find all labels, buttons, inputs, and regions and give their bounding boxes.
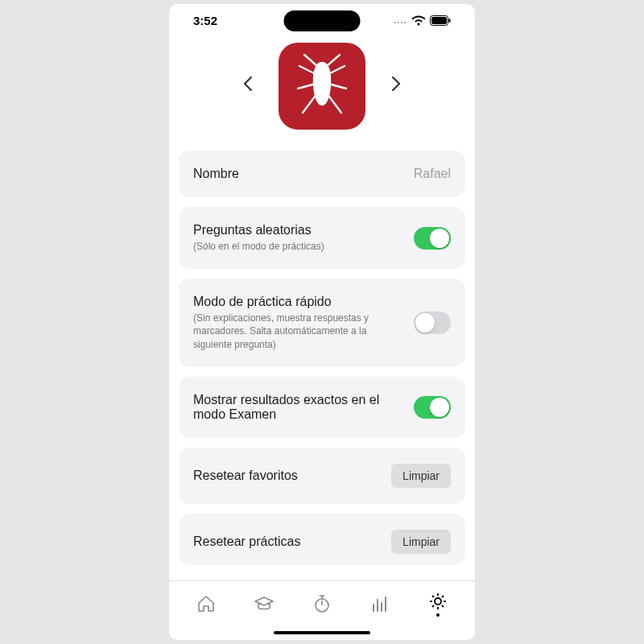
fast-practice-row: Modo de práctica rápido (Sin explicacion… bbox=[179, 279, 465, 367]
reset-practice-button[interactable]: Limpiar bbox=[391, 530, 451, 554]
wifi-icon bbox=[411, 15, 426, 26]
random-toggle[interactable] bbox=[414, 227, 451, 250]
tab-active-dot bbox=[436, 613, 440, 617]
status-icons: .... bbox=[394, 14, 451, 26]
stopwatch-icon bbox=[312, 593, 332, 614]
name-value: Rafael bbox=[414, 167, 451, 181]
svg-rect-1 bbox=[431, 17, 447, 24]
cellular-dots: .... bbox=[394, 14, 407, 26]
exact-label: Mostrar resultados exactos en el modo Ex… bbox=[193, 393, 406, 422]
avatar-selector bbox=[169, 36, 475, 151]
random-sub: (Sólo en el modo de prácticas) bbox=[193, 240, 406, 253]
status-bar: 3:52 .... bbox=[169, 4, 475, 36]
name-row[interactable]: Nombre Rafael bbox=[179, 151, 465, 197]
tab-timer[interactable] bbox=[312, 593, 332, 614]
tab-settings[interactable] bbox=[427, 591, 448, 617]
random-questions-row: Preguntas aleatorias (Sólo en el modo de… bbox=[179, 207, 465, 269]
resetprac-label: Resetear prácticas bbox=[193, 535, 383, 549]
tab-bar bbox=[169, 580, 475, 625]
fast-label: Modo de práctica rápido bbox=[193, 295, 406, 309]
dynamic-island bbox=[284, 10, 361, 31]
name-label: Nombre bbox=[193, 167, 406, 181]
gear-icon bbox=[427, 591, 448, 612]
reset-practice-row: Resetear prácticas Limpiar bbox=[179, 514, 465, 565]
phone-frame: 3:52 .... bbox=[169, 4, 475, 640]
exact-results-row: Mostrar resultados exactos en el modo Ex… bbox=[179, 377, 465, 438]
home-indicator[interactable] bbox=[169, 625, 475, 640]
avatar-prev-button[interactable] bbox=[237, 69, 259, 103]
home-icon bbox=[196, 593, 217, 614]
tab-home[interactable] bbox=[196, 593, 217, 614]
bars-icon bbox=[369, 593, 390, 614]
battery-icon bbox=[430, 15, 451, 26]
fast-sub: (Sin explicaciones, muestra respuestas y… bbox=[193, 312, 406, 351]
spider-icon bbox=[293, 52, 351, 121]
avatar-image[interactable] bbox=[279, 43, 365, 130]
settings-list: Nombre Rafael Preguntas aleatorias (Sólo… bbox=[169, 151, 475, 580]
tab-stats[interactable] bbox=[369, 593, 390, 614]
exact-toggle[interactable] bbox=[414, 396, 451, 419]
reset-favorites-button[interactable]: Limpiar bbox=[391, 464, 451, 488]
resetfav-label: Resetear favoritos bbox=[193, 469, 383, 483]
random-label: Preguntas aleatorias bbox=[193, 223, 406, 237]
svg-rect-2 bbox=[449, 19, 451, 23]
avatar-next-button[interactable] bbox=[385, 69, 407, 103]
tab-education[interactable] bbox=[254, 593, 275, 614]
status-time: 3:52 bbox=[193, 14, 217, 27]
reset-favorites-row: Resetear favoritos Limpiar bbox=[179, 448, 465, 504]
graduation-cap-icon bbox=[254, 593, 275, 614]
svg-point-4 bbox=[435, 598, 441, 605]
fast-toggle[interactable] bbox=[414, 312, 451, 334]
